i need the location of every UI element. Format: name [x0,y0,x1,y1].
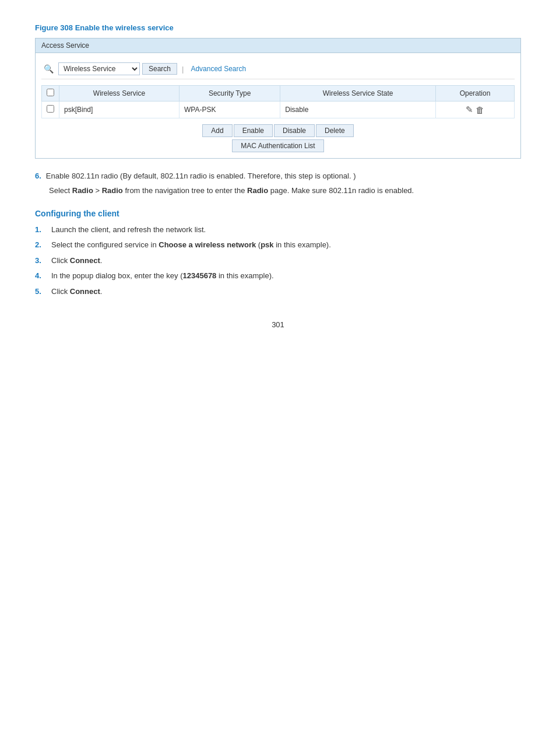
page-number: 301 [35,320,521,329]
delete-button[interactable]: Delete [316,124,354,137]
cell-security-type: WPA-PSK [179,102,280,118]
col-header-wireless-service: Wireless Service [59,86,180,102]
client-step-5-num: 5. [35,286,45,298]
client-step-5-text: Click Connect. [51,286,102,298]
col-header-operation: Operation [435,86,514,102]
disable-button[interactable]: Disable [274,124,315,137]
client-step-4-text: In the popup dialog box, enter the key (… [51,270,274,282]
step-6-detail: Select Radio > Radio from the navigation… [49,185,521,197]
advanced-search-link[interactable]: Advanced Search [191,65,246,73]
panel-body: 🔍 Wireless Service Search | Advanced Sea… [36,53,520,158]
figure-title: Figure 308 Enable the wireless service [35,23,521,32]
step-6-num: 6. [35,172,41,180]
client-step-4: 4. In the popup dialog box, enter the ke… [35,270,521,282]
step-6-text: Enable 802.11n radio (By default, 802.11… [46,172,356,180]
select-all-checkbox[interactable] [47,89,54,96]
mac-authentication-list-button[interactable]: MAC Authentication List [232,139,323,152]
row-checkbox[interactable] [47,105,54,113]
client-step-1-text: Launch the client, and refresh the netwo… [51,224,206,236]
client-step-3: 3. Click Connect. [35,255,521,267]
col-header-security-type: Security Type [179,86,280,102]
operation-icons: ✎ 🗑 [441,104,509,115]
access-service-panel: Access Service 🔍 Wireless Service Search… [35,38,521,159]
enable-button[interactable]: Enable [234,124,273,137]
search-button[interactable]: Search [142,63,177,75]
step-6: 6.Enable 802.11n radio (By default, 802.… [35,170,521,197]
table-row: psk[Bind] WPA-PSK Disable ✎ 🗑 [42,102,515,118]
client-step-3-num: 3. [35,255,45,267]
search-select[interactable]: Wireless Service [58,62,140,75]
action-buttons: Add Enable Disable Delete [41,124,515,137]
client-step-1: 1. Launch the client, and refresh the ne… [35,224,521,236]
divider: | [182,65,184,74]
client-step-2-text: Select the configured service in Choose … [51,239,331,251]
add-button[interactable]: Add [202,124,232,137]
row-checkbox-cell [42,102,59,118]
client-step-1-num: 1. [35,224,45,236]
configuring-steps-list: 1. Launch the client, and refresh the ne… [35,224,521,298]
client-step-2-num: 2. [35,239,45,251]
client-step-3-text: Click Connect. [51,255,102,267]
configuring-section-heading: Configuring the client [35,209,521,218]
client-step-4-num: 4. [35,270,45,282]
cell-operation: ✎ 🗑 [435,102,514,118]
cell-wireless-service: psk[Bind] [59,102,180,118]
search-icon: 🔍 [44,64,54,74]
client-step-2: 2. Select the configured service in Choo… [35,239,521,251]
delete-icon[interactable]: 🗑 [476,105,484,115]
panel-header: Access Service [36,38,520,53]
client-step-5: 5. Click Connect. [35,286,521,298]
cell-state: Disable [280,102,436,118]
wireless-service-table: Wireless Service Security Type Wireless … [41,85,515,118]
col-header-checkbox [42,86,59,102]
col-header-state: Wireless Service State [280,86,436,102]
edit-icon[interactable]: ✎ [466,104,473,115]
search-bar: 🔍 Wireless Service Search | Advanced Sea… [41,59,515,79]
